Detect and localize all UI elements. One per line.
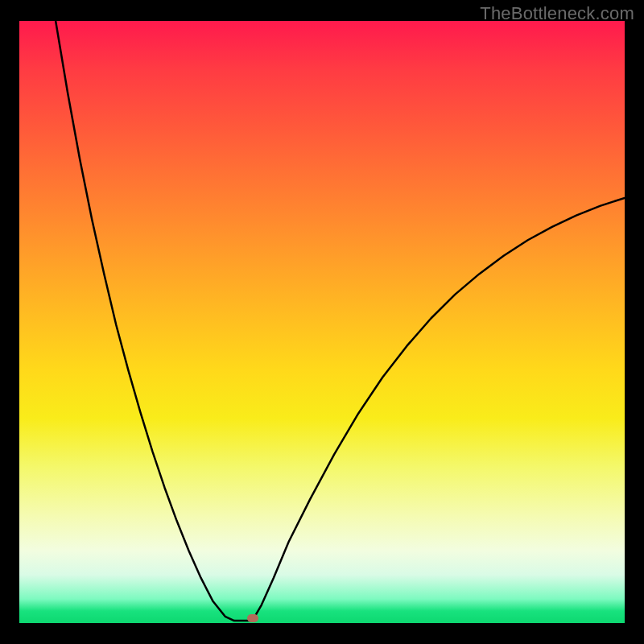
bottleneck-curve [56, 21, 625, 621]
curve-layer [19, 21, 625, 623]
chart-frame: TheBottleneck.com [0, 0, 644, 644]
plot-area [19, 21, 625, 623]
watermark-text: TheBottleneck.com [480, 3, 634, 24]
bottleneck-marker [247, 614, 258, 622]
